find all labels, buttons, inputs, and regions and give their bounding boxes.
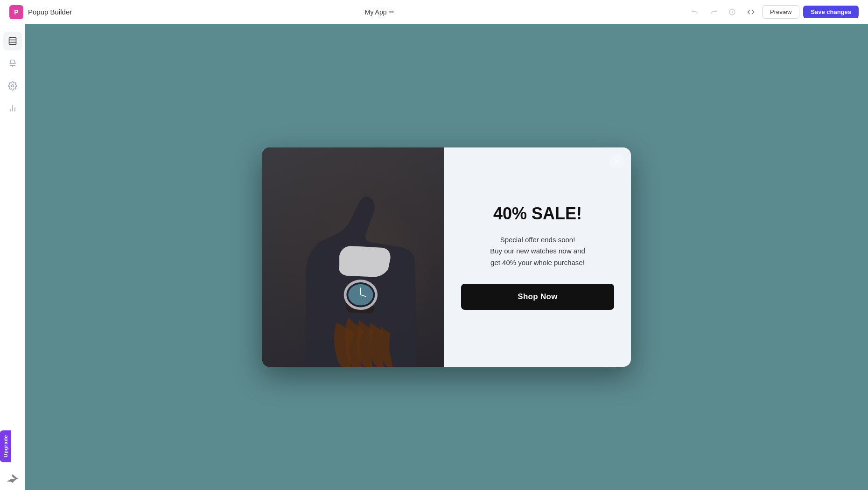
sidebar-item-settings[interactable] [3,77,22,95]
upgrade-tab[interactable]: Upgrade [0,430,11,462]
popup-card: × [262,147,631,367]
header-center: My App ✏ [365,8,395,16]
popup-description: Special offer ends soon! Buy our new wat… [490,234,585,269]
sidebar-item-analytics[interactable] [3,99,22,118]
svg-point-5 [11,85,14,87]
preview-button[interactable]: Preview [762,5,799,19]
undo-button[interactable] [687,5,702,20]
app-name: Popup Builder [28,8,72,16]
canvas-area[interactable]: × [25,24,868,490]
sidebar-item-layers[interactable] [3,32,22,50]
svg-rect-1 [9,38,16,45]
history-button[interactable] [725,5,740,20]
sidebar-item-pin[interactable] [3,54,22,73]
app-header: P Popup Builder My App ✏ Preview Save ch… [0,0,868,24]
popup-cta-button[interactable]: Shop Now [461,284,614,310]
page-title: My App [365,8,387,16]
popup-close-button[interactable]: × [609,154,624,169]
redo-button[interactable] [706,5,721,20]
header-right: Preview Save changes [687,5,859,20]
edit-icon[interactable]: ✏ [389,8,394,15]
save-button[interactable]: Save changes [803,6,859,18]
main-area: Upgrade × [0,24,868,490]
brand-icon [6,474,19,485]
popup-image [262,147,444,367]
code-button[interactable] [743,5,758,20]
watch-image-svg [299,180,420,367]
popup-sale-title: 40% SALE! [493,204,582,223]
header-left: P Popup Builder [9,5,72,19]
sidebar: Upgrade [0,24,25,490]
popup-content: 40% SALE! Special offer ends soon! Buy o… [444,147,631,367]
app-logo: P [9,5,23,19]
